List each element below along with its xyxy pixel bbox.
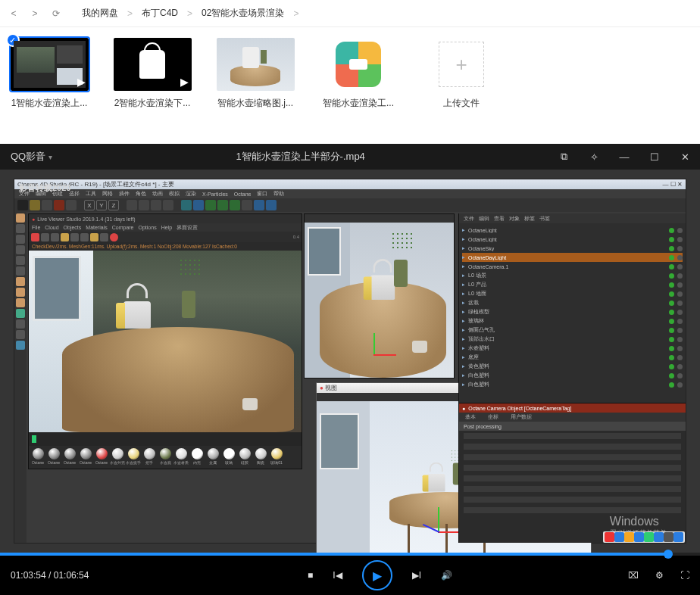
rec-icon[interactable] (31, 233, 39, 241)
object-row[interactable]: ▸L0 地面 (462, 289, 683, 298)
material-item[interactable]: 把手 (142, 448, 157, 468)
tab[interactable]: 书签 (539, 215, 550, 223)
crumb-0[interactable]: 我的网盘 (82, 7, 118, 20)
tool-icon[interactable] (110, 233, 118, 241)
mode-icon[interactable] (16, 224, 25, 233)
next-button[interactable]: ▶I (412, 570, 421, 581)
menu-item[interactable]: Compare (112, 225, 134, 230)
material-item[interactable]: 水壶外壳 (110, 448, 125, 468)
mode-icon[interactable] (16, 330, 25, 339)
object-row[interactable]: ▸OctaneCamera.1 (462, 262, 683, 271)
tool-btn[interactable] (151, 200, 161, 210)
slider[interactable] (459, 505, 686, 516)
menu-item[interactable]: 网格 (102, 190, 113, 198)
pin-icon[interactable]: ✧ (579, 144, 609, 170)
play-button[interactable]: ▶ (362, 560, 392, 590)
menu-item[interactable]: 工具 (86, 190, 96, 198)
material-item[interactable]: Octane (78, 448, 93, 468)
slider[interactable] (459, 484, 686, 494)
file-item[interactable]: 智能水壶渲染工... (317, 38, 400, 110)
tool-btn[interactable] (54, 200, 64, 210)
slider[interactable] (459, 473, 686, 484)
close-button[interactable]: ✕ (670, 144, 700, 170)
attr-tab[interactable]: 坐标 (482, 413, 505, 422)
mode-icon[interactable] (16, 277, 25, 286)
crumb-2[interactable]: 02智能水壶场景渲染 (202, 7, 284, 20)
tray-icon[interactable] (634, 532, 644, 542)
tab[interactable]: 查看 (494, 215, 505, 223)
object-row[interactable]: ▸水壶塑料 (462, 344, 683, 353)
tool-icon[interactable] (80, 233, 89, 241)
menu-item[interactable]: Cloud (45, 225, 58, 230)
tab[interactable]: 编辑 (479, 215, 489, 223)
object-row[interactable]: ▸顶部出水口 (462, 335, 683, 344)
mode-icon[interactable] (16, 266, 25, 276)
player-app-name[interactable]: QQ影音 ▾ (0, 150, 52, 164)
axis-y[interactable]: Y (96, 200, 107, 210)
mode-icon[interactable] (16, 245, 25, 254)
tab[interactable]: 标签 (524, 215, 535, 223)
fullscreen-button[interactable]: ⛶ (680, 570, 689, 581)
c4d-viewport-top[interactable] (304, 213, 455, 378)
file-item[interactable]: ✓ ▶ 1智能水壶渲染上... (8, 38, 91, 110)
object-row[interactable]: ▸绿植模型 (462, 307, 683, 316)
slider[interactable] (459, 494, 686, 505)
maximize-button[interactable]: ☐ (639, 144, 670, 170)
menu-item[interactable]: 模拟 (169, 190, 180, 198)
crumb-1[interactable]: 布丁C4D (142, 7, 178, 20)
tool-btn[interactable] (242, 200, 252, 210)
material-item[interactable]: 水壶提手 (126, 448, 141, 468)
nav-reload[interactable]: ⟳ (48, 6, 64, 21)
material-item[interactable]: 玻璃01 (269, 448, 284, 468)
progress-bar[interactable] (0, 553, 700, 556)
upload-thumb[interactable]: + (423, 38, 501, 91)
material-item[interactable]: Octane (46, 448, 61, 468)
tool-btn[interactable] (127, 200, 137, 210)
material-item[interactable]: 金属 (205, 448, 220, 468)
tool-btn[interactable] (193, 200, 204, 210)
menu-item[interactable]: Octane (234, 192, 252, 197)
tool-btn[interactable] (217, 200, 228, 210)
slider[interactable] (459, 463, 686, 473)
mode-icon[interactable] (16, 235, 25, 244)
tool-btn[interactable] (181, 200, 192, 210)
menu-item[interactable]: Help (161, 225, 172, 230)
settings-button[interactable]: ⚙ (655, 570, 664, 581)
slider[interactable] (459, 452, 686, 463)
axis-x[interactable]: X (84, 200, 95, 210)
tool-icon[interactable] (100, 233, 108, 241)
menu-item[interactable]: 角色 (136, 190, 146, 198)
tab[interactable]: 对象 (509, 215, 520, 223)
nav-forward[interactable]: > (27, 6, 42, 21)
tool-icon[interactable] (70, 233, 79, 241)
material-item[interactable]: 陶瓷 (253, 448, 268, 468)
c4d-timeline[interactable] (29, 432, 302, 446)
video-content[interactable]: 影音转载2020 Cinema 4D Studio (RC - R19) - [… (0, 170, 700, 553)
nav-back[interactable]: < (6, 6, 21, 21)
tool-btn[interactable] (205, 200, 216, 210)
axis-z[interactable]: Z (108, 200, 119, 210)
lock-icon[interactable] (61, 233, 69, 241)
object-row[interactable]: ▸白色塑料 (462, 380, 683, 389)
menu-item[interactable]: 窗口 (257, 190, 267, 198)
minimize-button[interactable]: — (609, 144, 639, 170)
file-thumb[interactable] (217, 38, 295, 91)
tool-btn[interactable] (42, 200, 52, 210)
tray-icon[interactable] (624, 532, 634, 542)
object-row[interactable]: ▸白色塑料 (462, 371, 683, 380)
menu-item[interactable]: 插件 (119, 190, 130, 198)
tool-btn[interactable] (266, 200, 277, 210)
slider[interactable] (459, 441, 686, 452)
mode-icon[interactable] (16, 341, 25, 350)
upload-item[interactable]: + 上传文件 (420, 38, 503, 110)
prev-button[interactable]: I◀ (333, 570, 342, 581)
object-row[interactable]: ▸L0 产品 (462, 280, 683, 289)
object-row[interactable]: ▸侧面凸气孔 (462, 326, 683, 335)
tray-icon[interactable] (673, 532, 683, 542)
snapshot-button[interactable]: ⌧ (628, 570, 639, 581)
menu-item[interactable]: 界面设置 (177, 224, 198, 232)
object-row[interactable]: ▸L0 场景 (462, 271, 683, 280)
tab[interactable]: 文件 (464, 215, 474, 223)
object-row[interactable]: ▸OctaneDayLight (462, 253, 683, 262)
object-row[interactable]: ▸玻璃杯 (462, 316, 683, 326)
